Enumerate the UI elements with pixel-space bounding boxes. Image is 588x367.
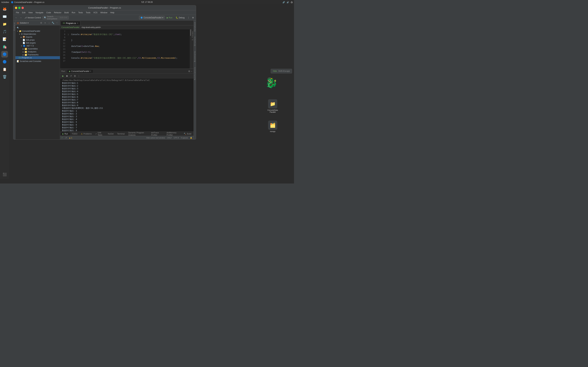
editor-gutter: } — [67, 29, 70, 69]
settings-btn[interactable]: ⚙ — [188, 70, 190, 73]
tree-item-analyzers[interactable]: ▶ 🗂️ Analyzers — [15, 50, 60, 53]
sort-icon[interactable]: ↕ — [47, 21, 51, 25]
close-panel-btn[interactable]: − — [191, 70, 192, 73]
version-control-button[interactable]: ⎇ Version Control — [24, 16, 42, 20]
notifications-label: Notifications — [194, 67, 196, 80]
dock-firefox[interactable]: 🦊 — [1, 6, 8, 12]
maximize-button[interactable] — [18, 7, 20, 9]
run-button[interactable]: ▶ Run — [165, 16, 174, 19]
more-opts-btn[interactable]: ⋮ — [77, 74, 80, 78]
menu-file[interactable]: File — [15, 11, 20, 14]
dock-trash[interactable]: 🗑️ — [1, 74, 8, 80]
tool-tab-terminal[interactable]: Terminal — [115, 132, 126, 135]
dock-music[interactable]: 🎵 — [1, 28, 8, 35]
tree-item-net70[interactable]: ▼ 🔵 .NET 7.0 — [15, 44, 60, 47]
tab-close-button[interactable]: ✕ — [77, 22, 78, 24]
tool-tab-build[interactable]: 🔨 Build — [182, 132, 193, 135]
solution-dropdown[interactable]: 💼 Solution ▾ — [17, 22, 28, 24]
tree-item-assemblies[interactable]: ▶ 🗂️ Assemblies — [15, 47, 60, 50]
menu-run[interactable]: Run — [70, 11, 77, 14]
encoding-label[interactable]: UTF-8 — [174, 137, 179, 139]
output-par-6: 数据并行输出：6 — [62, 124, 192, 126]
debug-button[interactable]: 🐛 Debug — [174, 16, 186, 19]
run-tab-close[interactable]: ✕ — [90, 70, 91, 72]
crlf-label[interactable]: CRLF — [167, 137, 172, 139]
tree-item-label: .NET 7.0 — [26, 45, 34, 47]
menu-edit[interactable]: Edit — [21, 11, 27, 14]
tab-program-cs[interactable]: C# Program.cs ✕ — [61, 21, 80, 25]
dock-rider2[interactable]: 🔵 — [1, 58, 8, 65]
breadcrumb-bar: ConsoleDataParallel › <top-level-entry-p… — [60, 25, 194, 29]
gear-icon[interactable]: 🔧 — [51, 21, 55, 25]
collapse-icon[interactable]: ≡ — [43, 21, 47, 25]
desktop-icon-mongo[interactable]: 🗂️ mongo — [266, 120, 279, 133]
play-btn[interactable]: ▶ — [61, 74, 65, 78]
breadcrumb-sep: › — [80, 26, 81, 28]
rerun-btn[interactable]: ↺ — [69, 74, 72, 78]
menu-vcs[interactable]: VCS — [92, 11, 99, 14]
jetbrains-rider-label: 🔵 ConsoleDataParallel – Program.cs — [11, 1, 44, 3]
tool-tab-todo[interactable]: TODO — [70, 132, 79, 135]
more-button[interactable]: ⋮ — [187, 16, 190, 20]
tree-search[interactable]: 🔍 — [15, 26, 60, 30]
warning-count: ▲ 1 — [69, 137, 72, 139]
dock-files[interactable]: 📁 — [1, 21, 8, 27]
tool-tab-dpa[interactable]: Dynamic Program Analysis — [127, 131, 149, 136]
tool-tab-nuget[interactable]: NuGet — [106, 132, 115, 135]
tool-tab-problems[interactable]: ⚠ Problems — [79, 132, 93, 135]
breadcrumb-method: <top-level-entry-point> — [81, 26, 101, 28]
menu-code[interactable]: Code — [45, 11, 52, 14]
tree-item-sdk-props[interactable]: 📄 Sdk.props — [15, 39, 60, 42]
clear-btn[interactable]: 🗑 — [73, 74, 77, 78]
code-content[interactable]: Console.WriteLine("数据非并行输出:{0}", item); … — [70, 29, 190, 69]
menu-window[interactable]: Window — [99, 11, 109, 14]
rider-icon: 🔵 — [11, 1, 13, 3]
indent-label[interactable]: 4 spaces — [181, 137, 188, 139]
tree-item-imports[interactable]: ▶ 📦 Imports — [15, 35, 60, 39]
menu-help[interactable]: Help — [109, 11, 116, 14]
notification-hide-label[interactable]: Hide — [273, 70, 277, 72]
close-button[interactable] — [21, 7, 24, 9]
menu-view[interactable]: View — [27, 11, 34, 14]
dock-store[interactable]: 🛍️ — [1, 43, 8, 50]
forward-button[interactable]: → — [19, 16, 23, 20]
dock-mail[interactable]: ✉️ — [1, 13, 8, 20]
minus-icon[interactable]: − — [55, 21, 59, 25]
menu-tests[interactable]: Tests — [77, 11, 84, 14]
search-everywhere-box[interactable]: 🔍 Search everywhere Shift+Shift — [43, 16, 69, 19]
minimize-button[interactable] — [15, 7, 17, 9]
tool-tab-dotTrace[interactable]: dotTrace Profiler — [149, 131, 164, 136]
expand-arrow: ▼ — [19, 33, 20, 35]
right-strip: IL Viewer — [191, 29, 194, 69]
tree-item-root[interactable]: ▼ 📁 ConsoleDataParallel — [15, 30, 60, 33]
menu-build[interactable]: Build — [63, 11, 70, 14]
menu-navigate[interactable]: Navigate — [34, 11, 45, 14]
tree-item-program-cs[interactable]: C# Program.cs — [15, 56, 60, 59]
dock-rider[interactable]: 🔵 — [1, 51, 8, 58]
stop-btn[interactable]: ⏹ — [65, 74, 69, 78]
dock-notes[interactable]: 📝 — [1, 36, 8, 42]
expand-arrow: ▶ — [21, 36, 22, 38]
settings-button[interactable]: ⚙ — [191, 16, 195, 20]
run-tab-consoledataparallel[interactable]: ▶ ConsoleDataParallel ✕ — [68, 70, 93, 73]
project-selector[interactable]: 🔷 ConsoleDataParallel ▾ — [139, 16, 164, 19]
output-line-1: 数据非并行输出:1 — [62, 82, 192, 84]
back-button[interactable]: ← — [14, 16, 18, 20]
editor-scrollbar[interactable] — [190, 29, 191, 69]
dock-clipboard[interactable]: 📋 — [1, 66, 8, 73]
settings-icon[interactable]: ⚙ — [40, 21, 43, 25]
tree-item-sdk-targets[interactable]: 📄 Sdk.targets — [15, 42, 60, 44]
tool-tab-dotMemory[interactable]: dotMemory Profiler — [165, 131, 182, 136]
dock-apps[interactable]: ⬛ — [1, 171, 8, 178]
tree-item-dependencies[interactable]: ▼ ⚙ Dependencies — [15, 33, 60, 35]
tool-tab-unit-tests[interactable]: ✓ Unit Tests — [94, 131, 106, 136]
tool-tab-run[interactable]: ▶ Run — [61, 132, 70, 135]
tree-item-scratches[interactable]: 📝 Scratches and Consoles — [15, 60, 60, 63]
menu-refactor[interactable]: Refactor — [53, 11, 63, 14]
tree-item-frameworks[interactable]: ▶ 🗂️ Frameworks — [15, 53, 60, 56]
desktop-icon-consoledataparallel[interactable]: 📁 ConsoleDataParallel — [266, 98, 279, 114]
run-icon: ▶ — [62, 133, 64, 135]
power-icon: ⏻ — [291, 1, 293, 3]
menu-tools[interactable]: Tools — [85, 11, 92, 14]
activities-label[interactable]: Activities — [1, 1, 9, 3]
